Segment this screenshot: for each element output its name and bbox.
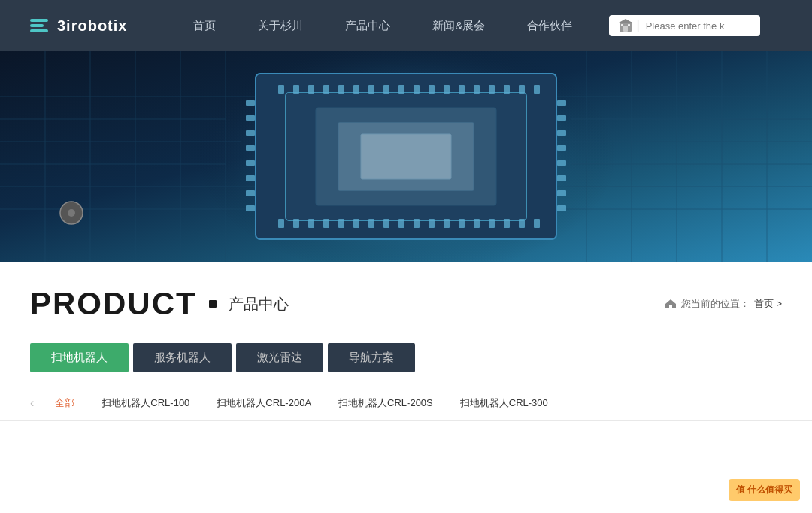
main-nav: 首页 关于杉川 产品中心 新闻&展会 合作伙伴 | [172, 0, 782, 51]
nav-item-products[interactable]: 产品中心 [324, 0, 411, 51]
svg-rect-58 [383, 219, 389, 228]
svg-rect-53 [308, 219, 314, 228]
svg-rect-32 [361, 134, 451, 179]
svg-rect-68 [534, 219, 540, 228]
category-tabs: 扫地机器人 服务机器人 激光雷达 导航方案 [0, 343, 812, 384]
page-title-sub: 产品中心 [229, 294, 289, 314]
svg-rect-52 [293, 219, 299, 228]
logo-text: 3irobotix [57, 17, 127, 35]
tab-nav-solution[interactable]: 导航方案 [328, 343, 415, 372]
building-icon [618, 19, 633, 32]
subcategory-crl200a[interactable]: 扫地机器人CRL-200A [203, 396, 325, 410]
nav-divider [601, 14, 601, 37]
nav-item-home[interactable]: 首页 [172, 0, 237, 51]
page-title-area: PRODUCT 产品中心 [30, 286, 289, 322]
svg-rect-43 [429, 85, 435, 94]
svg-rect-72 [246, 145, 255, 151]
search-input[interactable] [646, 20, 751, 32]
svg-rect-71 [246, 130, 255, 136]
search-pipe: | [636, 19, 639, 32]
svg-rect-35 [308, 85, 314, 94]
svg-rect-66 [504, 219, 510, 228]
svg-rect-76 [246, 205, 255, 211]
svg-rect-54 [323, 219, 329, 228]
svg-rect-79 [557, 130, 566, 136]
subcategory-crl200s[interactable]: 扫地机器人CRL-200S [325, 396, 447, 410]
svg-rect-40 [383, 85, 389, 94]
svg-rect-48 [504, 85, 510, 94]
svg-rect-86 [68, 209, 75, 217]
page-title-big: PRODUCT [30, 286, 197, 322]
svg-rect-37 [338, 85, 344, 94]
svg-rect-33 [278, 85, 284, 94]
svg-rect-42 [414, 85, 420, 94]
svg-rect-78 [557, 115, 566, 121]
svg-rect-41 [398, 85, 404, 94]
svg-rect-67 [519, 219, 525, 228]
svg-rect-1 [623, 26, 628, 32]
svg-rect-63 [459, 219, 465, 228]
svg-rect-82 [557, 175, 566, 181]
logo-bar-3 [30, 29, 48, 32]
nav-item-partners[interactable]: 合作伙伴 [506, 0, 593, 51]
svg-rect-51 [278, 219, 284, 228]
svg-rect-50 [534, 85, 540, 94]
hero-banner [0, 51, 812, 262]
svg-rect-45 [459, 85, 465, 94]
home-icon [665, 299, 677, 309]
header: 3irobotix 首页 关于杉川 产品中心 新闻&展会 合作伙伴 | [0, 0, 812, 51]
svg-rect-59 [398, 219, 404, 228]
svg-rect-70 [246, 115, 255, 121]
logo-icon [30, 19, 48, 32]
svg-rect-57 [368, 219, 374, 228]
page-header: PRODUCT 产品中心 您当前的位置： 首页 > [30, 286, 782, 322]
svg-rect-44 [444, 85, 450, 94]
page-section: PRODUCT 产品中心 您当前的位置： 首页 > [0, 262, 812, 322]
svg-rect-3 [628, 24, 630, 26]
svg-rect-84 [557, 205, 566, 211]
hero-circuit-svg [0, 51, 812, 262]
search-box: | [609, 15, 759, 36]
svg-rect-73 [246, 160, 255, 166]
svg-rect-34 [293, 85, 299, 94]
subcategory-row: ‹ 全部 扫地机器人CRL-100 扫地机器人CRL-200A 扫地机器人CRL… [0, 384, 812, 421]
svg-rect-49 [519, 85, 525, 94]
svg-rect-61 [429, 219, 435, 228]
svg-rect-69 [246, 100, 255, 106]
svg-rect-36 [323, 85, 329, 94]
breadcrumb-current: 首页 > [754, 297, 782, 311]
svg-rect-55 [338, 219, 344, 228]
svg-rect-65 [489, 219, 495, 228]
svg-rect-80 [557, 145, 566, 151]
subcategory-crl300[interactable]: 扫地机器人CRL-300 [447, 396, 562, 410]
logo-bar-2 [30, 24, 44, 27]
svg-rect-77 [557, 100, 566, 106]
subcategory-prev-arrow[interactable]: ‹ [30, 396, 34, 410]
logo[interactable]: 3irobotix [30, 17, 127, 35]
tab-service-robot[interactable]: 服务机器人 [133, 343, 232, 372]
svg-rect-2 [621, 24, 623, 26]
svg-rect-46 [474, 85, 480, 94]
svg-rect-81 [557, 160, 566, 166]
svg-rect-74 [246, 175, 255, 181]
subcategory-all[interactable]: 全部 [41, 396, 88, 410]
logo-bar-1 [30, 19, 48, 22]
nav-item-about[interactable]: 关于杉川 [237, 0, 324, 51]
svg-rect-75 [246, 190, 255, 196]
svg-rect-64 [474, 219, 480, 228]
svg-rect-39 [368, 85, 374, 94]
svg-rect-38 [353, 85, 359, 94]
title-dot [209, 300, 217, 308]
breadcrumb-label: 您当前的位置： [681, 297, 750, 311]
subcategory-crl100[interactable]: 扫地机器人CRL-100 [88, 396, 203, 410]
tab-sweep-robot[interactable]: 扫地机器人 [30, 343, 129, 372]
tab-lidar[interactable]: 激光雷达 [236, 343, 323, 372]
search-icon-wrapper: | [618, 19, 639, 32]
svg-rect-62 [444, 219, 450, 228]
nav-item-news[interactable]: 新闻&展会 [411, 0, 506, 51]
svg-rect-60 [414, 219, 420, 228]
svg-rect-56 [353, 219, 359, 228]
svg-rect-83 [557, 190, 566, 196]
svg-rect-47 [489, 85, 495, 94]
breadcrumb: 您当前的位置： 首页 > [665, 297, 782, 311]
